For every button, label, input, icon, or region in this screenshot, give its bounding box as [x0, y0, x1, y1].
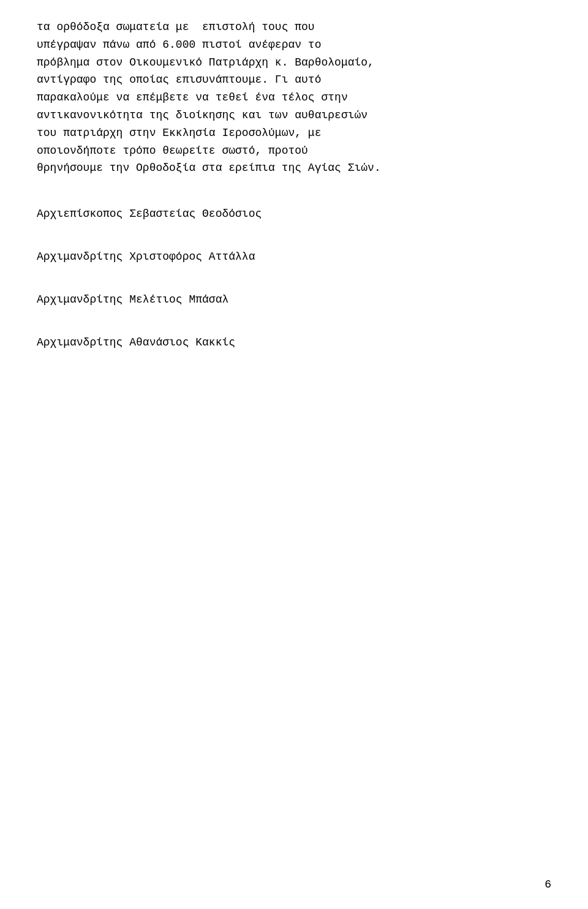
signature-1-text: Αρχιεπίσκοπος Σεβαστείας Θεοδόσιος — [37, 208, 262, 220]
signature-4-text: Αρχιμανδρίτης Αθανάσιος Κακκίς — [37, 336, 235, 349]
main-body-text: τα ορθόδοξα σωματεία με επιστολή τους πο… — [37, 18, 551, 177]
signature-2: Αρχιμανδρίτης Χριστοφόρος Αττάλλα — [37, 251, 551, 263]
page-container: τα ορθόδοξα σωματεία με επιστολή τους πο… — [0, 0, 588, 909]
signature-2-text: Αρχιμανδρίτης Χριστοφόρος Αττάλλα — [37, 251, 255, 263]
signature-1: Αρχιεπίσκοπος Σεβαστείας Θεοδόσιος — [37, 208, 551, 220]
signature-block: Αρχιεπίσκοπος Σεβαστείας Θεοδόσιος Αρχιμ… — [37, 208, 551, 349]
signature-3: Αρχιμανδρίτης Μελέτιος Μπάσαλ — [37, 293, 551, 306]
signature-4: Αρχιμανδρίτης Αθανάσιος Κακκίς — [37, 336, 551, 349]
page-number: 6 — [545, 878, 551, 891]
signature-3-text: Αρχιμανδρίτης Μελέτιος Μπάσαλ — [37, 293, 228, 306]
